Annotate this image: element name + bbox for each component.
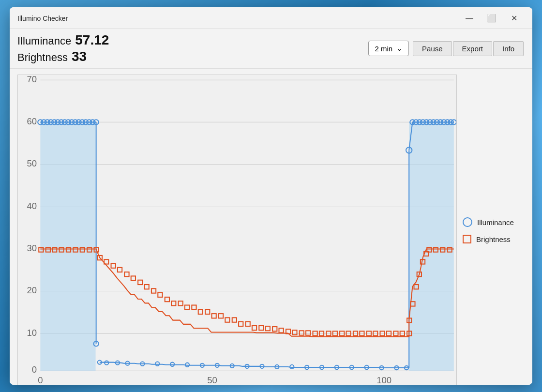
close-button[interactable]: ✕ bbox=[503, 11, 525, 26]
svg-text:50: 50 bbox=[207, 375, 217, 385]
illuminance-fill-left bbox=[40, 122, 95, 371]
chevron-down-icon: ⌄ bbox=[396, 44, 403, 53]
title-bar: Illumino Checker — ⬜ ✕ bbox=[10, 7, 532, 29]
toolbar: Illuminance 57.12 Brightness 33 2 min ⌄ … bbox=[10, 29, 532, 69]
svg-rect-94 bbox=[158, 293, 162, 297]
app-window: Illumino Checker — ⬜ ✕ Illuminance 57.12… bbox=[10, 7, 532, 385]
svg-rect-116 bbox=[306, 331, 310, 335]
svg-rect-103 bbox=[219, 314, 223, 318]
maximize-button[interactable]: ⬜ bbox=[481, 11, 502, 26]
minimize-button[interactable]: — bbox=[459, 11, 480, 26]
svg-point-41 bbox=[105, 361, 108, 365]
svg-text:0: 0 bbox=[32, 364, 37, 375]
svg-rect-104 bbox=[225, 317, 229, 322]
svg-rect-102 bbox=[211, 314, 216, 318]
toolbar-controls: 2 min ⌄ Pause Export Info bbox=[368, 41, 525, 56]
window-title: Illumino Checker bbox=[17, 15, 459, 22]
svg-text:50: 50 bbox=[27, 158, 37, 168]
svg-rect-99 bbox=[192, 305, 196, 310]
svg-text:40: 40 bbox=[27, 201, 37, 211]
info-button[interactable]: Info bbox=[493, 41, 524, 56]
svg-rect-111 bbox=[272, 327, 277, 331]
illuminance-series bbox=[40, 122, 454, 368]
svg-rect-107 bbox=[246, 322, 250, 326]
svg-text:20: 20 bbox=[27, 285, 37, 295]
chart-svg: 70 60 50 40 30 20 10 bbox=[18, 75, 456, 385]
brightness-series bbox=[39, 247, 454, 336]
illuminance-label: Illuminance bbox=[17, 35, 71, 47]
svg-text:100: 100 bbox=[376, 375, 391, 385]
svg-rect-98 bbox=[185, 305, 189, 310]
svg-rect-91 bbox=[138, 280, 142, 285]
illuminance-legend-label: Illuminance bbox=[477, 218, 514, 226]
brightness-value: 33 bbox=[72, 49, 87, 64]
legend-illuminance: Illuminance bbox=[463, 217, 525, 227]
svg-rect-87 bbox=[111, 264, 116, 268]
svg-rect-106 bbox=[239, 322, 243, 326]
pause-button[interactable]: Pause bbox=[413, 41, 452, 56]
svg-text:70: 70 bbox=[27, 75, 37, 84]
illuminance-row: Illuminance 57.12 bbox=[17, 32, 368, 48]
legend-brightness: Brightness bbox=[463, 235, 525, 243]
window-controls: — ⬜ ✕ bbox=[459, 11, 525, 26]
svg-rect-101 bbox=[205, 310, 210, 314]
svg-text:0: 0 bbox=[38, 375, 43, 385]
illuminance-value: 57.12 bbox=[75, 32, 109, 48]
metrics-display: Illuminance 57.12 Brightness 33 bbox=[17, 32, 368, 64]
svg-text:60: 60 bbox=[27, 116, 37, 126]
svg-rect-108 bbox=[252, 326, 256, 330]
svg-rect-105 bbox=[232, 317, 237, 322]
svg-rect-114 bbox=[292, 330, 297, 334]
svg-rect-95 bbox=[165, 297, 169, 302]
svg-rect-90 bbox=[131, 276, 136, 280]
export-button[interactable]: Export bbox=[453, 41, 492, 56]
svg-rect-88 bbox=[118, 268, 122, 272]
svg-rect-110 bbox=[266, 326, 270, 331]
chart-container: 70 60 50 40 30 20 10 bbox=[17, 75, 457, 385]
svg-rect-115 bbox=[300, 331, 304, 335]
svg-rect-112 bbox=[279, 328, 283, 332]
brightness-label: Brightness bbox=[17, 51, 68, 64]
illuminance-legend-icon bbox=[463, 217, 472, 227]
svg-text:30: 30 bbox=[27, 243, 37, 253]
svg-rect-100 bbox=[198, 310, 203, 314]
svg-rect-96 bbox=[171, 301, 176, 305]
svg-text:10: 10 bbox=[27, 328, 37, 338]
svg-rect-109 bbox=[259, 326, 263, 330]
svg-rect-89 bbox=[124, 272, 129, 276]
chart-legend: Illuminance Brightness bbox=[457, 75, 525, 385]
svg-rect-92 bbox=[145, 285, 149, 289]
time-dropdown-value: 2 min bbox=[375, 45, 392, 53]
time-dropdown[interactable]: 2 min ⌄ bbox=[368, 41, 409, 56]
brightness-row: Brightness 33 bbox=[17, 49, 368, 64]
svg-rect-97 bbox=[179, 301, 183, 305]
brightness-legend-icon bbox=[463, 235, 471, 243]
brightness-legend-label: Brightness bbox=[476, 235, 511, 243]
chart-area: 70 60 50 40 30 20 10 bbox=[10, 69, 532, 385]
illuminance-fill-right bbox=[409, 122, 454, 371]
